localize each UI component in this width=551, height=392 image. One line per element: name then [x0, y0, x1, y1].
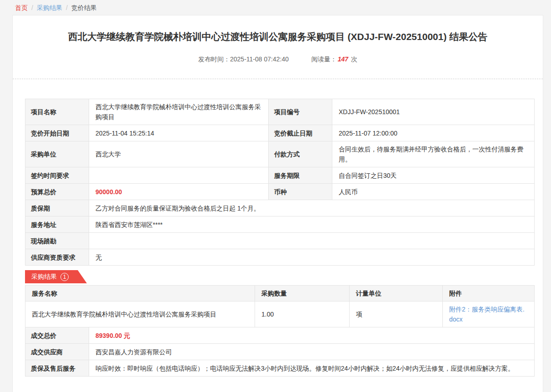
- info-value: 2025-11-04 15:25:14: [89, 125, 269, 141]
- info-value: 西北大学: [89, 141, 269, 167]
- info-label: 质保期: [25, 200, 89, 216]
- announcement-body: 项目名称 西北大学继续教育学院械朴培训中心过渡性培训公寓服务采购项目 项目编号 …: [13, 79, 543, 377]
- info-label: 项目编号: [269, 99, 332, 125]
- column-header-service-name: 服务名称: [25, 286, 255, 302]
- info-value: [89, 167, 269, 184]
- info-label: 签约时间要求: [25, 167, 89, 184]
- table-row: 签约时间要求 服务期限 自合同签订之日30天: [25, 167, 535, 184]
- page-title: 西北大学继续教育学院械朴培训中心过渡性培训公寓服务采购项目 (XDJJ-FW-2…: [31, 30, 525, 44]
- info-value: XDJJ-FW-202510001: [332, 99, 535, 125]
- info-value: 无: [89, 249, 535, 266]
- publish-time-value: 2025-11-08 07:42:40: [230, 55, 289, 63]
- info-value: 合同生效后，待服务期满并经甲方验收合格后，一次性付清服务费用。: [332, 141, 535, 167]
- info-label: 采购单位: [25, 141, 89, 167]
- info-value: 陕西省西安市莲湖区****: [89, 216, 535, 233]
- views-label: 阅读量：: [311, 55, 337, 63]
- info-label: 竞价截止日期: [269, 125, 332, 141]
- views-unit: 次: [351, 55, 357, 63]
- table-row: 竞价开始日期 2025-11-04 15:25:14 竞价截止日期 2025-1…: [25, 125, 535, 141]
- budget-total-value: 90000.00: [89, 184, 269, 200]
- table-row: 采购单位 西北大学 付款方式 合同生效后，待服务期满并经甲方验收合格后，一次性付…: [25, 141, 535, 167]
- table-row: 西北大学继续教育学院械朴培训中心过渡性培训公寓服务采购项目 1.00 项 附件2…: [25, 302, 535, 327]
- breadcrumb-current: 竞价结果: [71, 4, 97, 12]
- info-value: 乙方对合同服务的质量保证期为验收合格后之日起 1个月。: [89, 200, 535, 216]
- result-badge-label: 采购结果: [31, 273, 57, 281]
- table-row: 服务地址 陕西省西安市莲湖区****: [25, 216, 535, 233]
- info-value: 人民币: [332, 184, 535, 200]
- announcement-card: 西北大学继续教育学院械朴培训中心过渡性培训公寓服务采购项目 (XDJJ-FW-2…: [12, 15, 543, 392]
- info-value: 西北大学继续教育学院械朴培训中心过渡性培训公寓服务采购项目: [89, 99, 269, 125]
- info-label: 付款方式: [269, 141, 332, 167]
- info-label: 币种: [269, 184, 332, 200]
- info-label: 竞价开始日期: [25, 125, 89, 141]
- column-header-attachment: 附件: [443, 286, 535, 302]
- result-items-table: 服务名称 采购数量 计量单位 附件 西北大学继续教育学院械朴培训中心过渡性培训公…: [25, 285, 535, 327]
- publish-meta: 发布时间：2025-11-08 07:42:40 阅读量：147 次: [31, 55, 525, 79]
- announcement-header: 西北大学继续教育学院械朴培训中心过渡性培训公寓服务采购项目 (XDJJ-FW-2…: [13, 15, 543, 79]
- info-label: 预算总价: [25, 184, 89, 200]
- result-section-badge: 采购结果 1: [25, 270, 87, 283]
- info-label: 供应商资质要求: [25, 249, 89, 266]
- table-row: 成交供应商 西安昌嘉人力资源有限公司: [25, 344, 535, 360]
- quantity-cell: 1.00: [255, 302, 350, 327]
- table-row: 质保期 乙方对合同服务的质量保证期为验收合格后之日起 1个月。: [25, 200, 535, 216]
- column-header-quantity: 采购数量: [255, 286, 350, 302]
- views-count: 147: [337, 55, 349, 63]
- publish-time-label: 发布时间：: [198, 55, 230, 63]
- info-value: [89, 233, 535, 249]
- table-row: 成交总价 89390.00 元: [25, 327, 535, 344]
- info-value: 2025-11-07 12:00:00: [332, 125, 535, 141]
- breadcrumb-parent-link[interactable]: 采购结果: [37, 4, 62, 12]
- info-label: 服务地址: [25, 216, 89, 233]
- breadcrumb-home-link[interactable]: 首页: [15, 4, 28, 12]
- result-badge-number: 1: [60, 273, 69, 281]
- info-value: 自合同签订之日30天: [332, 167, 535, 184]
- table-header-row: 服务名称 采购数量 计量单位 附件: [25, 286, 535, 302]
- result-summary-table: 成交总价 89390.00 元 成交供应商 西安昌嘉人力资源有限公司 质保及售后…: [25, 327, 535, 377]
- info-label: 现场踏勘: [25, 233, 89, 249]
- summary-label: 成交供应商: [25, 344, 89, 360]
- unit-cell: 项: [350, 302, 443, 327]
- warranty-service: 响应时效：即时响应（包括电话响应）；电话响应无法解决3小时内到达现场。修复时间2…: [89, 360, 535, 377]
- attachment-cell: 附件2：服务类响应偏离表.docx: [443, 302, 535, 327]
- summary-label: 质保及售后服务: [25, 360, 89, 377]
- breadcrumb-separator: /: [31, 4, 33, 11]
- attachment-link[interactable]: 附件2：服务类响应偏离表.docx: [449, 306, 525, 323]
- info-label: 项目名称: [25, 99, 89, 125]
- table-row: 预算总价 90000.00 币种 人民币: [25, 184, 535, 200]
- summary-label: 成交总价: [25, 327, 89, 344]
- breadcrumb-separator: /: [66, 4, 68, 11]
- service-name-cell: 西北大学继续教育学院械朴培训中心过渡性培训公寓服务采购项目: [25, 302, 255, 327]
- column-header-unit: 计量单位: [350, 286, 443, 302]
- deal-supplier: 西安昌嘉人力资源有限公司: [89, 344, 535, 360]
- table-row: 现场踏勘: [25, 233, 535, 249]
- breadcrumb: 首页 / 采购结果 / 竞价结果: [0, 0, 551, 15]
- info-label: 服务期限: [269, 167, 332, 184]
- table-row: 项目名称 西北大学继续教育学院械朴培训中心过渡性培训公寓服务采购项目 项目编号 …: [25, 99, 535, 125]
- deal-total-price: 89390.00 元: [89, 327, 535, 344]
- table-row: 供应商资质要求 无: [25, 249, 535, 266]
- project-info-table: 项目名称 西北大学继续教育学院械朴培训中心过渡性培训公寓服务采购项目 项目编号 …: [25, 99, 535, 266]
- table-row: 质保及售后服务 响应时效：即时响应（包括电话响应）；电话响应无法解决3小时内到达…: [25, 360, 535, 377]
